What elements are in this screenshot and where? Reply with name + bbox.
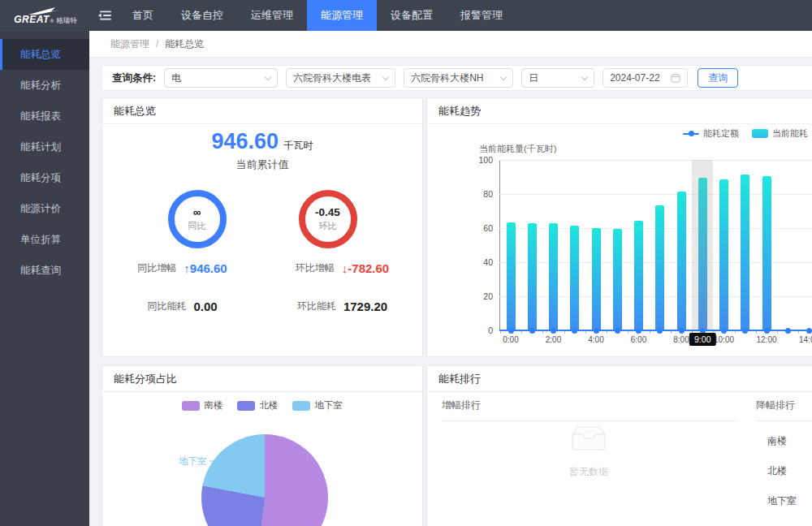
sidebar-menu: 能耗总览能耗分析能耗报表能耗计划能耗分项能源计价单位折算能耗查询 (0, 31, 89, 526)
trend-bar-0:00[interactable] (507, 222, 516, 330)
trend-bar-3:00[interactable] (570, 226, 579, 330)
quota-point (636, 328, 641, 334)
trend-bar-11:00[interactable] (741, 175, 749, 330)
nav-tab-3[interactable]: 运维管理 (237, 0, 307, 31)
sidebar-item-6[interactable]: 能源计价 (0, 193, 89, 224)
quota-point (657, 328, 663, 334)
y-axis-name: 当前能耗量(千瓦时) (479, 143, 556, 155)
overview-rings: ∞同比-0.45环比 (102, 190, 422, 248)
logo-chinese-text: 格瑞特 (56, 17, 77, 24)
legend-item-1[interactable]: 能耗定额 (683, 127, 739, 140)
pie-legend-item-2[interactable]: 北楼 (237, 399, 278, 412)
breadcrumb-item-1[interactable]: 能源管理 (110, 37, 149, 51)
trend-bar-12:00[interactable] (762, 176, 771, 330)
total-consumption: 946.60 千瓦时 (102, 129, 422, 154)
quota-point (721, 328, 727, 334)
legend-label: 能耗定额 (703, 127, 739, 140)
sidebar-item-7[interactable]: 单位折算 (0, 224, 89, 255)
y-axis-tick-label: 20 (465, 291, 493, 301)
pie-chart[interactable] (201, 434, 328, 526)
chevron-down-icon (581, 73, 588, 80)
nav-tab-5[interactable]: 设备配置 (377, 0, 447, 31)
query-select-2[interactable]: 六院骨科大楼电表 (286, 68, 395, 88)
query-button[interactable]: 查询 (698, 68, 738, 88)
empty-state: 暂无数据 (442, 425, 736, 479)
trend-chart-plot[interactable]: 0204060801000:002:004:006:008:0010:0012:… (499, 160, 812, 330)
overview-stat-2: 环比增幅↓-782.60 (262, 261, 422, 275)
legend-bar-symbol (752, 129, 768, 138)
overview-stat-4: 环比能耗1729.20 (262, 300, 422, 313)
trend-bar-4:00[interactable] (592, 228, 601, 330)
pie-area: 南楼北楼地下室 南楼北楼地下室 (102, 392, 422, 526)
brand-logo: GREAT ® 格瑞特 (0, 0, 91, 31)
ranking-item-2[interactable]: 北楼 (756, 456, 812, 486)
chevron-down-icon (500, 73, 507, 80)
ring-value: ∞ (193, 206, 201, 218)
sidebar-item-3[interactable]: 能耗报表 (0, 101, 89, 132)
trend-bar-8:00[interactable] (677, 192, 686, 330)
x-axis-label: 14:00 (793, 335, 812, 344)
x-axis-label: 2:00 (538, 335, 570, 344)
ring-label: 同比 (188, 220, 206, 232)
logo-text: GREAT (14, 15, 50, 24)
ranking-item-1[interactable]: 南楼 (756, 426, 812, 456)
logo-registered-mark: ® (50, 19, 54, 24)
y-axis-tick-label: 60 (465, 223, 493, 233)
overview-stats: 同比增幅↑946.60环比增幅↓-782.60同比能耗0.00环比能耗1729.… (102, 261, 422, 313)
ranking-item-3[interactable]: 地下室 (756, 486, 812, 516)
trend-bar-2:00[interactable] (549, 223, 558, 330)
quota-point (529, 328, 535, 334)
stat-value: 0.00 (193, 300, 217, 313)
menu-collapse-icon[interactable] (91, 0, 119, 31)
nav-tab-6[interactable]: 报警管理 (447, 0, 516, 31)
quota-point (594, 328, 599, 334)
query-select-4[interactable]: 日 (521, 68, 594, 88)
total-consumption-caption: 当前累计值 (102, 157, 422, 172)
trend-bar-5:00[interactable] (613, 229, 622, 330)
breadcrumb-item-2: 能耗总览 (165, 37, 204, 51)
stat-value: ↓-782.60 (342, 261, 389, 275)
sidebar-item-2[interactable]: 能耗分析 (0, 70, 89, 101)
nav-tab-1[interactable]: 首页 (119, 0, 167, 31)
quota-point (572, 328, 577, 334)
sidebar-item-1[interactable]: 能耗总览 (0, 39, 89, 70)
trend-bar-6:00[interactable] (634, 221, 643, 330)
quota-point (785, 328, 791, 334)
overview-panel: 能耗总览 946.60 千瓦时 当前累计值 ∞同比-0.45环比 同比增幅↑94… (102, 97, 423, 357)
select-value: 六院骨科大楼NH (411, 71, 496, 85)
query-date-picker[interactable]: 2024-07-22 (603, 68, 688, 88)
trend-bar-1:00[interactable] (528, 223, 537, 330)
ring-label: 环比 (319, 220, 337, 232)
quota-point (551, 328, 556, 334)
sidebar-item-8[interactable]: 能耗查询 (0, 255, 89, 286)
ring-value: -0.45 (315, 206, 340, 218)
ratio-ring-1: ∞同比 (168, 190, 227, 248)
legend-line-symbol (683, 133, 699, 135)
increase-ranking-section: 增幅排行 (442, 399, 736, 421)
date-value: 2024-07-22 (610, 72, 671, 84)
sidebar-item-5[interactable]: 能耗分项 (0, 162, 89, 193)
overview-stat-3: 同比能耗0.00 (102, 300, 262, 313)
decrease-ranking-divider (756, 420, 812, 421)
gridline (499, 160, 812, 161)
y-axis-tick-label: 0 (465, 326, 493, 335)
sidebar-item-4[interactable]: 能耗计划 (0, 132, 89, 162)
x-axis-label: 12:00 (750, 335, 783, 344)
query-select-3[interactable]: 六院骨科大楼NH (404, 68, 513, 88)
pie-legend-item-3[interactable]: 地下室 (292, 399, 343, 412)
y-axis-tick-label: 100 (465, 155, 493, 165)
trend-bar-7:00[interactable] (655, 205, 664, 330)
stat-value: 1729.20 (343, 300, 387, 313)
x-axis-label: 4:00 (580, 335, 612, 344)
nav-tab-4[interactable]: 能源管理 (307, 0, 377, 31)
ranking-panel: 能耗排行 增幅排行 暂无数据 降幅排行 南楼北楼地下室 (426, 365, 812, 526)
trend-bar-10:00[interactable] (719, 179, 728, 330)
legend-item-2[interactable]: 当前能耗 (752, 127, 808, 140)
query-select-1[interactable]: 电 (164, 68, 278, 88)
nav-tab-2[interactable]: 设备自控 (167, 0, 237, 31)
pie-legend: 南楼北楼地下室 (102, 399, 422, 412)
axis-pointer-tooltip: 9:00 (689, 333, 715, 346)
pie-legend-item-1[interactable]: 南楼 (182, 399, 222, 412)
breadcrumb-separator: / (156, 38, 158, 50)
pie-slice-label-地下室: 地下室 (179, 455, 207, 468)
